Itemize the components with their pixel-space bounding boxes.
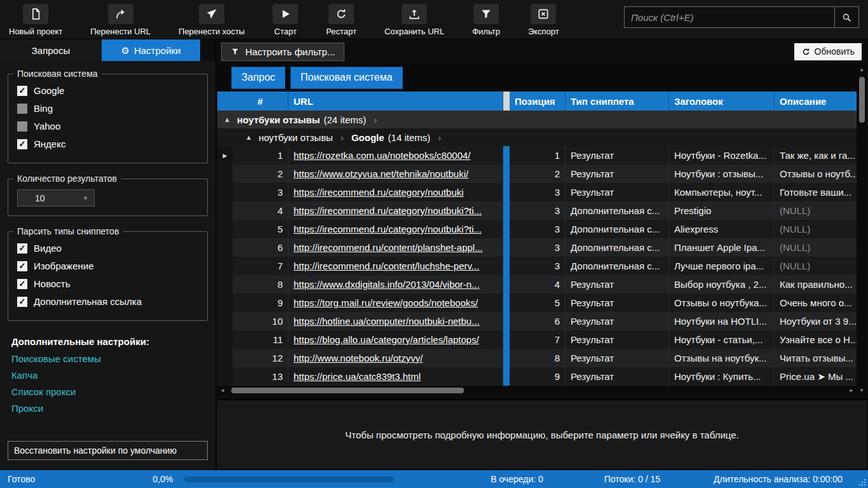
configure-filter-button[interactable]: Настроить фильтр... bbox=[221, 43, 344, 61]
frozen-column-divider[interactable] bbox=[503, 146, 510, 165]
position-cell[interactable]: 3 bbox=[510, 220, 566, 238]
frozen-column-divider[interactable] bbox=[503, 257, 510, 275]
description-cell[interactable]: Узнайте все о Н... bbox=[775, 330, 857, 349]
url-link[interactable]: http://irecommend.ru/content/luchshe-per… bbox=[294, 261, 479, 271]
title-cell[interactable]: Планшет Apple Ipa... bbox=[669, 238, 775, 257]
header-title[interactable]: Заголовок bbox=[669, 92, 775, 111]
url-cell[interactable]: https://irecommend.ru/category/noutbuki?… bbox=[288, 201, 503, 220]
description-cell[interactable]: Очень много о... bbox=[775, 294, 857, 312]
new-project-button[interactable]: Новый проект bbox=[9, 4, 62, 36]
transfer-hosts-button[interactable]: Перенести хосты bbox=[179, 4, 245, 36]
transfer-url-button[interactable]: Перенести URL bbox=[90, 4, 151, 36]
horizontal-scrollbar[interactable]: ◄ ► bbox=[217, 386, 857, 395]
frozen-column-divider[interactable] bbox=[503, 183, 510, 201]
snippet-type-cell[interactable]: Результат bbox=[566, 330, 669, 349]
table-row[interactable]: 10https://hotline.ua/computer/noutbuki-n… bbox=[217, 312, 857, 330]
horizontal-scrollbar-thumb[interactable] bbox=[231, 388, 464, 393]
description-cell[interactable]: Price.ua ➤ Мы ... bbox=[775, 367, 857, 386]
url-cell[interactable]: https://www.dxdigitals.info/2013/04/vibo… bbox=[288, 275, 503, 294]
title-cell[interactable]: Отзывы на ноутбук... bbox=[669, 349, 775, 367]
checkbox-bing[interactable]: Bing bbox=[17, 103, 198, 114]
checkbox-новость[interactable]: ✓Новость bbox=[17, 278, 198, 289]
header-number[interactable]: # bbox=[233, 92, 288, 111]
scroll-left-icon[interactable]: ◄ bbox=[217, 386, 227, 395]
url-cell[interactable]: https://blog.allo.ua/category/articles/l… bbox=[288, 330, 503, 349]
filter-toolbar-button[interactable]: Фильтр bbox=[472, 4, 500, 36]
export-button[interactable]: Экспорт bbox=[528, 4, 559, 36]
settings-link[interactable]: Прокси bbox=[11, 403, 204, 414]
url-link[interactable]: http://www.notebook.ru/otzyvy/ bbox=[294, 353, 423, 363]
settings-link[interactable]: Список прокси bbox=[11, 386, 204, 397]
table-row[interactable]: 9https://torg.mail.ru/review/goods/noteb… bbox=[217, 294, 857, 312]
title-cell[interactable]: Prestigio bbox=[669, 201, 775, 220]
scroll-down-icon[interactable]: ▼ bbox=[857, 386, 867, 395]
checkbox-дополнительная-ссылка[interactable]: ✓Дополнительная ссылка bbox=[17, 296, 198, 307]
description-cell[interactable]: (NULL) bbox=[775, 201, 857, 220]
url-link[interactable]: https://irecommend.ru/category/noutbuki?… bbox=[294, 224, 482, 234]
url-cell[interactable]: http://irecommend.ru/content/luchshe-per… bbox=[288, 257, 503, 275]
search-input[interactable] bbox=[624, 6, 835, 28]
url-link[interactable]: https://www.otzyvua.net/tehnika/noutbuki… bbox=[294, 168, 468, 179]
url-link[interactable]: https://irecommend.ru/category/noutbuki?… bbox=[294, 205, 482, 216]
group-chip-query[interactable]: Запрос bbox=[231, 67, 285, 89]
settings-link[interactable]: Поисковые системы bbox=[11, 353, 204, 364]
snippet-type-cell[interactable]: Результат bbox=[566, 312, 669, 330]
position-cell[interactable]: 8 bbox=[510, 349, 566, 367]
title-cell[interactable]: Компьютеры, ноут... bbox=[669, 183, 775, 201]
frozen-column-divider[interactable] bbox=[503, 201, 510, 220]
url-cell[interactable]: https://irecommend.ru/category/noutbuki?… bbox=[288, 220, 503, 238]
title-cell[interactable]: Ноутбуки : отзывы... bbox=[669, 165, 775, 183]
title-cell[interactable]: Aliexpress bbox=[669, 220, 775, 238]
collapse-arrow-icon[interactable]: ▲ bbox=[224, 116, 231, 123]
vertical-scrollbar-thumb[interactable] bbox=[859, 77, 865, 123]
table-row[interactable]: 5https://irecommend.ru/category/noutbuki… bbox=[217, 220, 857, 238]
snippet-type-cell[interactable]: Дополнительная с... bbox=[566, 201, 669, 220]
checkbox-google[interactable]: ✓Google bbox=[17, 85, 198, 96]
frozen-column-divider[interactable] bbox=[503, 238, 510, 257]
description-cell[interactable]: (NULL) bbox=[775, 257, 857, 275]
snippet-type-cell[interactable]: Результат bbox=[566, 183, 669, 201]
snippet-type-cell[interactable]: Результат bbox=[566, 294, 669, 312]
url-link[interactable]: https://hotline.ua/computer/noutbuki-net… bbox=[294, 316, 480, 327]
tab-queries[interactable]: Запросы bbox=[0, 39, 102, 61]
position-cell[interactable]: 3 bbox=[510, 238, 566, 257]
snippet-type-cell[interactable]: Дополнительная с... bbox=[566, 220, 669, 238]
save-url-button[interactable]: Сохранить URL bbox=[384, 4, 444, 36]
tab-settings[interactable]: ⚙ Настройки bbox=[102, 39, 200, 61]
title-cell[interactable]: Лучше первого ipa... bbox=[669, 257, 775, 275]
table-row[interactable]: 7http://irecommend.ru/content/luchshe-pe… bbox=[217, 257, 857, 275]
vertical-scrollbar[interactable]: ▲ ▼ bbox=[857, 65, 867, 395]
title-cell[interactable]: Выбор ноутбука , 2... bbox=[669, 275, 775, 294]
refresh-button[interactable]: Обновить bbox=[794, 43, 862, 60]
url-link[interactable]: https://www.dxdigitals.info/2013/04/vibo… bbox=[294, 279, 480, 290]
title-cell[interactable]: Ноутбуки : Купить... bbox=[669, 367, 775, 386]
header-position[interactable]: Позиция bbox=[510, 92, 566, 111]
table-row[interactable]: 6http://irecommend.ru/content/planshet-a… bbox=[217, 238, 857, 257]
position-cell[interactable]: 9 bbox=[510, 367, 566, 386]
settings-link[interactable]: Капча bbox=[11, 370, 204, 381]
frozen-column-divider[interactable] bbox=[503, 367, 510, 386]
url-cell[interactable]: http://irecommend.ru/content/planshet-ap… bbox=[288, 238, 503, 257]
position-cell[interactable]: 3 bbox=[510, 257, 566, 275]
table-row[interactable]: ▶1https://rozetka.com.ua/notebooks/c8000… bbox=[217, 146, 857, 165]
title-cell[interactable]: Ноутбуки - статьи,... bbox=[669, 330, 775, 349]
description-cell[interactable]: Отзывы о ноутб... bbox=[775, 165, 857, 183]
frozen-column-divider[interactable] bbox=[503, 220, 510, 238]
url-cell[interactable]: http://www.notebook.ru/otzyvy/ bbox=[288, 349, 503, 367]
column-splitter-handle[interactable] bbox=[503, 92, 510, 111]
frozen-column-divider[interactable] bbox=[503, 294, 510, 312]
resize-grip[interactable] bbox=[864, 484, 865, 485]
url-cell[interactable]: https://irecommend.ru/category/noutbuki bbox=[288, 183, 503, 201]
table-row[interactable]: 12http://www.notebook.ru/otzyvy/8Результ… bbox=[217, 349, 857, 367]
snippet-type-cell[interactable]: Дополнительная с... bbox=[566, 257, 669, 275]
results-count-dropdown[interactable]: 10 ▼ bbox=[17, 189, 95, 207]
checkbox-box[interactable]: ✓ bbox=[17, 243, 27, 254]
snippet-type-cell[interactable]: Результат bbox=[566, 275, 669, 294]
url-cell[interactable]: https://hotline.ua/computer/noutbuki-net… bbox=[288, 312, 503, 330]
description-cell[interactable]: Как правильно... bbox=[775, 275, 857, 294]
position-cell[interactable]: 6 bbox=[510, 312, 566, 330]
position-cell[interactable]: 3 bbox=[510, 201, 566, 220]
frozen-column-divider[interactable] bbox=[503, 165, 510, 183]
collapse-arrow-icon[interactable]: ▲ bbox=[245, 133, 252, 141]
table-row[interactable]: 2https://www.otzyvua.net/tehnika/noutbuk… bbox=[217, 165, 857, 183]
